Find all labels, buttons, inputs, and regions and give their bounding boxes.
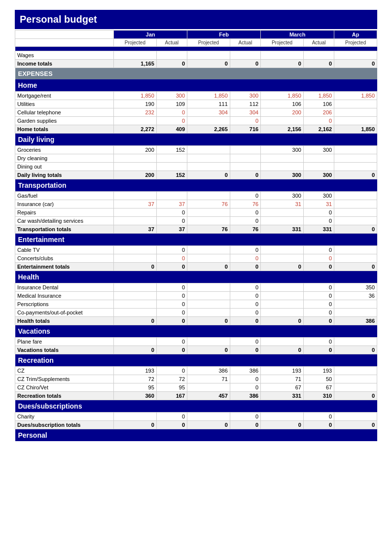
list-item: Gas/fuel0300300 [15, 192, 377, 200]
row-label: Cable TV [15, 246, 114, 254]
row-value: 0 [230, 338, 260, 346]
row-value: 0 [334, 346, 377, 354]
row-value [114, 292, 157, 300]
totals-row: Health totals000000386 [15, 317, 377, 325]
row-value: 0 [261, 60, 304, 68]
row-value: 0 [114, 346, 157, 354]
row-label: Dry cleaning [15, 154, 114, 163]
section-header-row [15, 47, 377, 51]
section-header-row: Vacations [15, 325, 377, 338]
row-value [261, 413, 304, 421]
list-item: Insurance Dental000350 [15, 283, 377, 292]
subheader-row: Projected Actual Projected Actual Projec… [15, 39, 377, 47]
subheader-empty [15, 39, 114, 47]
row-label: Perscriptions [15, 300, 114, 309]
row-value [187, 283, 230, 292]
row-value [230, 154, 260, 163]
row-value: 106 [303, 100, 334, 108]
row-value: 0 [156, 108, 187, 117]
row-value: 0 [303, 300, 334, 309]
row-value [334, 100, 377, 108]
row-value [187, 338, 230, 346]
row-value: 0 [156, 309, 187, 317]
row-value: 193 [261, 367, 304, 375]
list-item: Mortgage/rent1,8503001,8503001,8501,8501… [15, 92, 377, 100]
row-value: 76 [187, 200, 230, 208]
row-value: 0 [230, 346, 260, 354]
row-value: 0 [187, 60, 230, 68]
row-label: Groceries [15, 146, 114, 154]
row-value [114, 338, 157, 346]
row-value [187, 192, 230, 200]
list-item: Plane fare000 [15, 338, 377, 346]
row-value: 0 [303, 283, 334, 292]
row-value: 37 [114, 200, 157, 208]
empty-header [15, 31, 114, 39]
row-value: 0 [303, 246, 334, 254]
row-value [114, 413, 157, 421]
row-value [261, 283, 304, 292]
row-value: 0 [156, 300, 187, 309]
row-value: 190 [114, 100, 157, 108]
row-value: 76 [187, 225, 230, 234]
row-value [114, 154, 157, 163]
row-value: 0 [303, 338, 334, 346]
row-value: 304 [230, 108, 260, 117]
row-value: 2,265 [187, 125, 230, 134]
list-item: Cable TV000 [15, 246, 377, 254]
row-value [334, 117, 377, 125]
row-value: 1,165 [114, 60, 157, 68]
list-item: Co-payments/out-of-pocket000 [15, 309, 377, 317]
row-value: 0 [156, 367, 187, 375]
row-value [114, 208, 157, 217]
row-value: 1,850 [261, 92, 304, 100]
row-value: 95 [114, 383, 157, 392]
row-value: 109 [156, 100, 187, 108]
row-value: 37 [156, 225, 187, 234]
row-value [187, 217, 230, 225]
row-value: 0 [303, 421, 334, 429]
row-value [187, 292, 230, 300]
row-value: 0 [230, 413, 260, 421]
row-value: 0 [334, 225, 377, 234]
row-label: Utilities [15, 100, 114, 108]
row-value: 67 [303, 383, 334, 392]
row-value: 37 [114, 225, 157, 234]
section-header-row: Personal [15, 429, 377, 442]
ap-projected: Projected [334, 39, 377, 47]
row-value [261, 309, 304, 317]
row-value: 206 [303, 108, 334, 117]
row-label: Car wash/detailing services [15, 217, 114, 225]
row-label: Wages [15, 51, 114, 60]
row-value: 76 [230, 225, 260, 234]
row-value [334, 246, 377, 254]
row-value: 0 [261, 263, 304, 271]
row-value: 76 [230, 200, 260, 208]
row-value: 167 [156, 392, 187, 400]
ap-header: Ap [334, 31, 377, 39]
row-value [187, 309, 230, 317]
row-value [187, 208, 230, 217]
row-value: 0 [334, 171, 377, 179]
row-label: Charity [15, 413, 114, 421]
row-value: 386 [187, 367, 230, 375]
row-value: 31 [261, 200, 304, 208]
row-value: 300 [261, 192, 304, 200]
page-container: Personal budget Jan Feb March Ap Project… [0, 0, 392, 451]
row-value: 0 [230, 192, 260, 200]
row-value [261, 117, 304, 125]
row-value: 0 [230, 60, 260, 68]
data-row: Wages [15, 51, 377, 60]
row-value [334, 367, 377, 375]
row-value: 0 [334, 392, 377, 400]
row-value [334, 192, 377, 200]
row-value: 37 [156, 200, 187, 208]
row-value: 0 [156, 60, 187, 68]
row-value: 0 [261, 317, 304, 325]
row-value [261, 338, 304, 346]
row-value: 0 [230, 263, 260, 271]
row-label: Health totals [15, 317, 114, 325]
row-value: 0 [230, 254, 260, 263]
row-value [187, 117, 230, 125]
section-label: Personal [15, 429, 377, 442]
